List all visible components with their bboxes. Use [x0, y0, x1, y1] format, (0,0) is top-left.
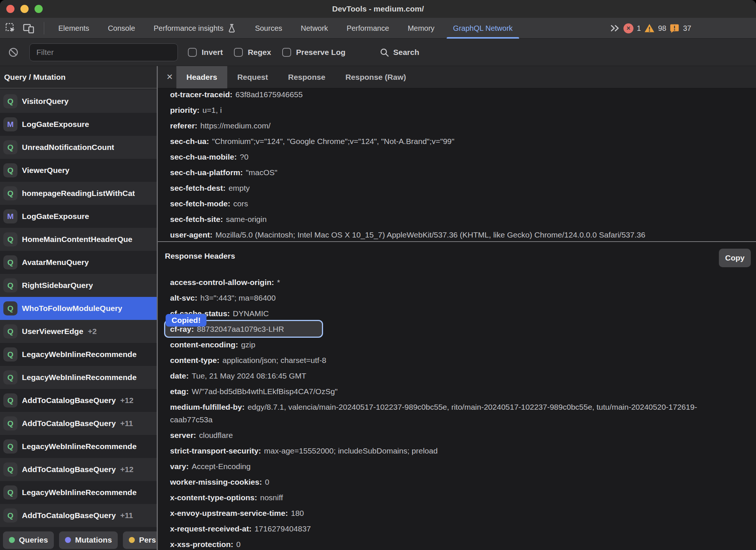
devtools-panel-tab[interactable]: Performance insights: [144, 18, 246, 39]
operation-name: LegacyWebInlineRecommende: [22, 350, 137, 359]
query-list-item[interactable]: Q RightSidebarQuery: [0, 274, 157, 297]
search-label: Search: [393, 48, 419, 57]
header-line[interactable]: access-control-allow-origin:*: [170, 276, 727, 289]
devtools-panel-tab[interactable]: Console: [98, 18, 144, 39]
query-list-item[interactable]: Q AddToCatalogBaseQuery +12: [0, 389, 157, 412]
header-line[interactable]: etag:W/"7ad-bd5dBb4wthLEkfBisp4CA7/OzSg": [170, 385, 727, 398]
query-list: Q VisitorQuery M LogGateExposure Q Unrea…: [0, 88, 157, 530]
query-list-item[interactable]: M LogGateExposure: [0, 113, 157, 136]
filter-input[interactable]: [29, 43, 178, 61]
query-list-item[interactable]: Q LegacyWebInlineRecommende: [0, 481, 157, 504]
header-value: application/json; charset=utf-8: [222, 356, 326, 364]
query-list-item[interactable]: Q LegacyWebInlineRecommende: [0, 435, 157, 458]
header-line[interactable]: sec-fetch-site:same-origin: [170, 213, 727, 226]
header-line[interactable]: x-content-type-options:nosniff: [170, 491, 727, 504]
query-list-item[interactable]: Q UserViewerEdge +2: [0, 320, 157, 343]
operation-type-badge: Q: [3, 301, 17, 315]
header-line[interactable]: sec-fetch-dest:empty: [170, 182, 727, 194]
header-line[interactable]: content-type:application/json; charset=u…: [170, 354, 727, 367]
inspect-element-icon[interactable]: [5, 23, 16, 34]
devtools-panel-tab[interactable]: Network: [291, 18, 337, 39]
device-toolbar-icon[interactable]: [23, 23, 34, 34]
header-value: ?0: [240, 153, 248, 161]
query-list-item[interactable]: Q VisitorQuery: [0, 90, 157, 113]
copy-button[interactable]: Copy: [719, 249, 751, 267]
header-value: 63f8ad1675946655: [235, 90, 303, 99]
header-line[interactable]: content-encoding:gzip: [170, 338, 727, 351]
details-tabs: Headers Request Response Response (Raw): [176, 66, 416, 88]
checkbox[interactable]: [282, 48, 291, 57]
filter-checkbox-item[interactable]: Invert: [188, 48, 223, 57]
query-list-item[interactable]: Q HomeMainContentHeaderQue: [0, 228, 157, 251]
operation-filter-chip[interactable]: Mutations: [59, 531, 118, 549]
header-line[interactable]: sec-ch-ua-mobile:?0: [170, 151, 727, 163]
devtools-panel-tab[interactable]: Elements: [49, 18, 98, 39]
panel-resize-handle[interactable]: [157, 66, 158, 550]
operation-filter-label: Queries: [19, 536, 48, 544]
filter-checkbox-item[interactable]: Regex: [234, 48, 271, 57]
header-line[interactable]: strict-transport-security:max-age=155520…: [170, 445, 727, 457]
query-list-item[interactable]: Q homepageReadingListWithCat: [0, 182, 157, 205]
header-line[interactable]: worker-missing-cookies:0: [170, 476, 727, 488]
header-line[interactable]: medium-fulfilled-by:edgy/8.7.1, valencia…: [170, 401, 727, 426]
header-line[interactable]: user-agent:Mozilla/5.0 (Macintosh; Intel…: [170, 229, 727, 241]
header-line[interactable]: vary:Accept-Encoding: [170, 460, 727, 473]
header-key: alt-svc:: [170, 294, 198, 302]
header-line[interactable]: sec-ch-ua-platform:"macOS": [170, 166, 727, 179]
header-line[interactable]: x-request-received-at:1716279404837: [170, 523, 727, 535]
more-tabs-chevron-icon[interactable]: [610, 23, 620, 33]
header-line[interactable]: sec-ch-ua:"Chromium";v="124", "Google Ch…: [170, 135, 727, 148]
query-list-item[interactable]: Q UnreadNotificationCount: [0, 136, 157, 159]
query-list-item[interactable]: Q LegacyWebInlineRecommende: [0, 366, 157, 389]
operation-filter-label: Pers: [139, 536, 156, 544]
error-badge-icon[interactable]: ×: [623, 23, 633, 33]
header-line[interactable]: x-xss-protection:0: [170, 538, 727, 550]
devtools-panel-tab[interactable]: GraphQL Network: [444, 18, 522, 39]
query-list-item[interactable]: Q AddToCatalogBaseQuery +11: [0, 412, 157, 435]
operation-filter-chip[interactable]: Queries: [3, 531, 54, 549]
header-key: worker-missing-cookies:: [170, 478, 262, 486]
operation-type-badge: Q: [3, 255, 17, 269]
query-list-item[interactable]: Q LegacyWebInlineRecommende: [0, 343, 157, 366]
query-list-item[interactable]: Q AddToCatalogBaseQuery +12: [0, 458, 157, 481]
details-tab[interactable]: Response (Raw): [335, 66, 416, 88]
header-line[interactable]: server:cloudflare: [170, 429, 727, 442]
header-line[interactable]: alt-svc:h3=":443"; ma=86400: [170, 292, 727, 304]
issues-badge-icon[interactable]: [669, 23, 680, 33]
query-list-item[interactable]: Q ViewerQuery: [0, 159, 157, 182]
query-list-item[interactable]: [0, 527, 157, 530]
tab-label: Console: [108, 24, 135, 33]
query-list-item[interactable]: M LogGateExposure: [0, 205, 157, 228]
operation-type-badge: Q: [3, 393, 17, 407]
header-line[interactable]: cf-cache-status:DYNAMIC: [170, 307, 727, 320]
operation-type-badge: Q: [3, 485, 17, 500]
header-value: 88732047aa1079c3-LHR: [197, 325, 284, 333]
clear-log-icon[interactable]: [8, 47, 19, 58]
query-list-item[interactable]: Q AvatarMenuQuery: [0, 251, 157, 274]
devtools-panel-tab[interactable]: Performance: [337, 18, 398, 39]
checkbox[interactable]: [234, 48, 243, 57]
header-line[interactable]: sec-fetch-mode:cors: [170, 197, 727, 210]
header-line[interactable]: cf-ray:88732047aa1079c3-LHR: [170, 323, 727, 335]
checkbox[interactable]: [188, 48, 197, 57]
operation-name: LogGateExposure: [22, 120, 89, 129]
details-tab[interactable]: Response: [278, 66, 335, 88]
header-value: "macOS": [246, 168, 277, 177]
header-line[interactable]: date:Tue, 21 May 2024 08:16:45 GMT: [170, 370, 727, 382]
operation-filter-chip[interactable]: Pers: [123, 531, 157, 549]
header-line[interactable]: referer:https://medium.com/: [170, 120, 727, 132]
devtools-panel-tab[interactable]: Sources: [246, 18, 291, 39]
header-line[interactable]: x-envoy-upstream-service-time:180: [170, 507, 727, 520]
header-line[interactable]: ot-tracer-traceid:63f8ad1675946655: [170, 88, 727, 101]
header-line[interactable]: priority:u=1, i: [170, 104, 727, 117]
search-button[interactable]: Search: [379, 39, 419, 66]
header-key: x-xss-protection:: [170, 540, 233, 549]
query-list-item[interactable]: Q WhoToFollowModuleQuery: [0, 297, 157, 320]
warning-badge-icon[interactable]: [644, 23, 655, 33]
details-tab[interactable]: Headers: [176, 66, 227, 88]
filter-checkbox-item[interactable]: Preserve Log: [282, 48, 345, 57]
details-tab[interactable]: Request: [227, 66, 278, 88]
close-details-icon[interactable]: ×: [163, 66, 176, 88]
devtools-panel-tab[interactable]: Memory: [398, 18, 444, 39]
query-list-item[interactable]: Q AddToCatalogBaseQuery +11: [0, 504, 157, 527]
